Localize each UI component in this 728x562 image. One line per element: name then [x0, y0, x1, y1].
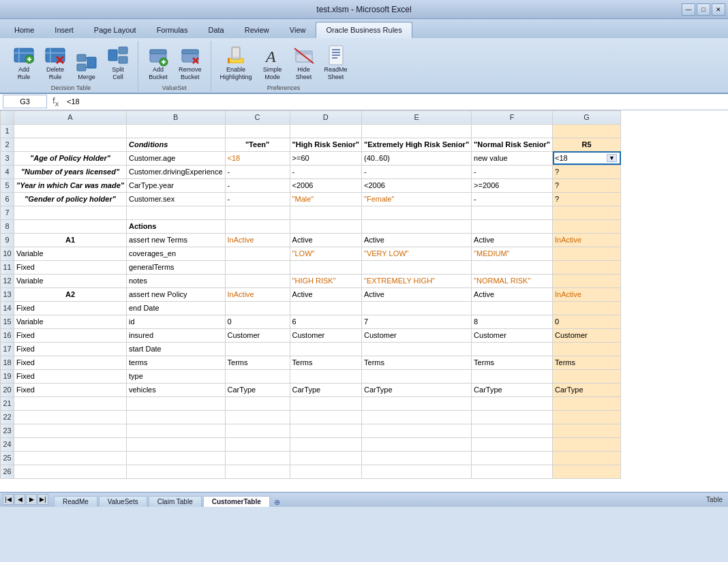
cell-f15[interactable]: 8 — [472, 315, 553, 328]
cell-f19[interactable] — [472, 369, 553, 383]
cell-a8[interactable] — [14, 219, 127, 233]
cell-d13[interactable]: Active — [290, 287, 361, 301]
cell-f20[interactable]: CarType — [472, 383, 553, 396]
cell-c13[interactable]: InActive — [225, 287, 290, 301]
cell-d6[interactable]: "Male" — [290, 192, 361, 206]
cell-e15[interactable]: 7 — [362, 315, 472, 328]
cell-d19[interactable] — [290, 369, 361, 383]
cell-e7[interactable] — [362, 206, 472, 219]
cell-b12[interactable]: notes — [126, 274, 225, 287]
simple-mode-button[interactable]: A SimpleMode — [258, 42, 287, 83]
cell-b8[interactable]: Actions — [126, 219, 225, 233]
cell-g9[interactable]: InActive — [553, 233, 621, 247]
cell-e13[interactable]: Active — [362, 287, 472, 301]
minimize-button[interactable]: — — [682, 3, 695, 16]
add-rule-button[interactable]: AddRule — [10, 42, 38, 83]
cell-f5[interactable]: >=2006 — [472, 178, 553, 192]
cell-f2[interactable]: "Normal Risk Senior" — [472, 138, 553, 151]
close-button[interactable]: ✕ — [712, 3, 725, 16]
cell-c16[interactable]: Customer — [225, 328, 290, 342]
cell-a20[interactable]: Fixed — [14, 383, 127, 396]
cell-c2[interactable]: "Teen" — [225, 138, 290, 151]
cell-d18[interactable]: Terms — [290, 356, 361, 369]
cell-c6[interactable]: - — [225, 192, 290, 206]
cell-b1[interactable] — [126, 124, 225, 138]
sheet-tab-customer-table[interactable]: CustomerTable — [203, 496, 270, 507]
cell-d9[interactable]: Active — [290, 233, 361, 247]
tab-prev-button[interactable]: ◀ — [14, 494, 25, 505]
cell-e12[interactable]: "EXTREMELY HIGH" — [362, 274, 472, 287]
cell-e16[interactable]: Customer — [362, 328, 472, 342]
cell-a5[interactable]: "Year in which Car was made" — [14, 178, 127, 192]
formula-input[interactable] — [64, 95, 725, 108]
cell-f16[interactable]: Customer — [472, 328, 553, 342]
cell-d14[interactable] — [290, 301, 361, 315]
sheet-tab-readme[interactable]: ReadMe — [54, 496, 97, 507]
delete-rule-button[interactable]: DeleteRule — [41, 42, 70, 83]
cell-d3[interactable]: >=60 — [290, 151, 361, 165]
cell-f10[interactable]: "MEDIUM" — [472, 247, 553, 260]
cell-a1[interactable] — [14, 124, 127, 138]
cell-c12[interactable] — [225, 274, 290, 287]
cell-a13[interactable]: A2 — [14, 287, 127, 301]
tab-page-layout[interactable]: Page Layout — [84, 22, 147, 38]
tab-formulas[interactable]: Formulas — [147, 22, 198, 38]
enable-highlighting-button[interactable]: EnableHighlighting — [217, 42, 256, 83]
cell-c20[interactable]: CarType — [225, 383, 290, 396]
cell-f8[interactable] — [472, 219, 553, 233]
cell-b3[interactable]: Customer.age — [126, 151, 225, 165]
cell-e2[interactable]: "Extremely High Risk Senior" — [362, 138, 472, 151]
add-bucket-button[interactable]: AddBucket — [144, 42, 172, 83]
cell-b10[interactable]: coverages_en — [126, 247, 225, 260]
cell-f6[interactable]: - — [472, 192, 553, 206]
tab-first-button[interactable]: |◀ — [3, 494, 14, 505]
cell-b14[interactable]: end Date — [126, 301, 225, 315]
cell-a10[interactable]: Variable — [14, 247, 127, 260]
cell-f9[interactable]: Active — [472, 233, 553, 247]
tab-last-button[interactable]: ▶| — [37, 494, 48, 505]
cell-b6[interactable]: Customer.sex — [126, 192, 225, 206]
tab-insert[interactable]: Insert — [44, 22, 84, 38]
cell-d11[interactable] — [290, 260, 361, 274]
cell-d12[interactable]: "HIGH RISK" — [290, 274, 361, 287]
cell-g20[interactable]: CarType — [553, 383, 621, 396]
cell-a16[interactable]: Fixed — [14, 328, 127, 342]
cell-e4[interactable]: - — [362, 165, 472, 178]
cell-b20[interactable]: vehicles — [126, 383, 225, 396]
cell-e5[interactable]: <2006 — [362, 178, 472, 192]
cell-a11[interactable]: Fixed — [14, 260, 127, 274]
tab-view[interactable]: View — [279, 22, 316, 38]
cell-a4[interactable]: "Number of years licensed" — [14, 165, 127, 178]
cell-f11[interactable] — [472, 260, 553, 274]
cell-d17[interactable] — [290, 342, 361, 356]
cell-c15[interactable]: 0 — [225, 315, 290, 328]
cell-f12[interactable]: "NORMAL RISK" — [472, 274, 553, 287]
cell-a3[interactable]: "Age of Policy Holder" — [14, 151, 127, 165]
cell-d4[interactable]: - — [290, 165, 361, 178]
cell-g12[interactable] — [553, 274, 621, 287]
cell-c1[interactable] — [225, 124, 290, 138]
cell-e10[interactable]: "VERY LOW" — [362, 247, 472, 260]
cell-b7[interactable] — [126, 206, 225, 219]
cell-g1[interactable] — [553, 124, 621, 138]
cell-e11[interactable] — [362, 260, 472, 274]
remove-bucket-button[interactable]: RemoveBucket — [175, 42, 205, 83]
cell-c5[interactable]: - — [225, 178, 290, 192]
cell-reference[interactable] — [3, 95, 47, 108]
cell-d16[interactable]: Customer — [290, 328, 361, 342]
cell-b17[interactable]: start Date — [126, 342, 225, 356]
col-header-g[interactable]: G — [553, 110, 621, 124]
cell-c18[interactable]: Terms — [225, 356, 290, 369]
cell-b16[interactable]: insured — [126, 328, 225, 342]
cell-d15[interactable]: 6 — [290, 315, 361, 328]
cell-b9[interactable]: assert new Terms — [126, 233, 225, 247]
cell-f3[interactable]: new value — [472, 151, 553, 165]
cell-f1[interactable] — [472, 124, 553, 138]
cell-e3[interactable]: (40..60) — [362, 151, 472, 165]
cell-a12[interactable]: Variable — [14, 274, 127, 287]
cell-b4[interactable]: Customer.drivingExperience — [126, 165, 225, 178]
cell-g8[interactable] — [553, 219, 621, 233]
col-header-e[interactable]: E — [362, 110, 472, 124]
cell-e8[interactable] — [362, 219, 472, 233]
cell-e18[interactable]: Terms — [362, 356, 472, 369]
